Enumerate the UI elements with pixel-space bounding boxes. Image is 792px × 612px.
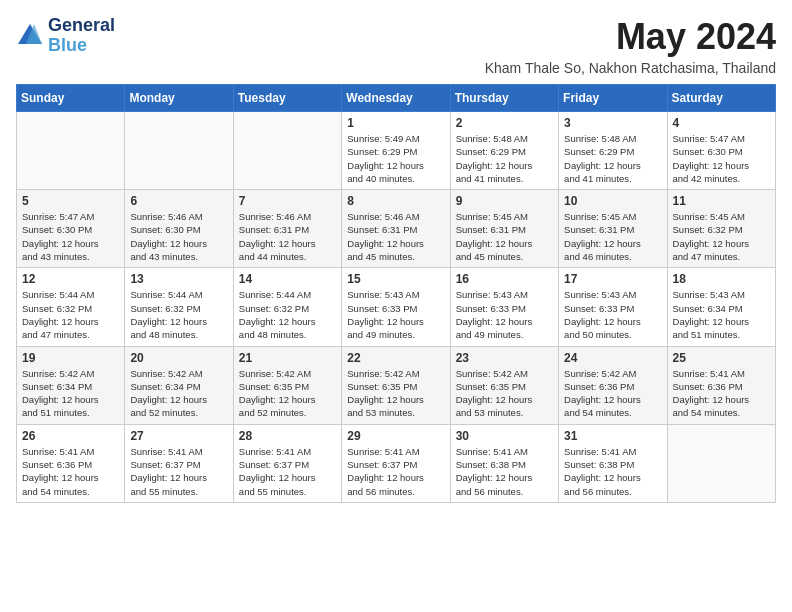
day-info: Sunrise: 5:45 AM Sunset: 6:32 PM Dayligh… <box>673 210 770 263</box>
calendar-cell: 11Sunrise: 5:45 AM Sunset: 6:32 PM Dayli… <box>667 190 775 268</box>
day-number: 11 <box>673 194 770 208</box>
calendar-header-row: SundayMondayTuesdayWednesdayThursdayFrid… <box>17 85 776 112</box>
calendar-cell: 14Sunrise: 5:44 AM Sunset: 6:32 PM Dayli… <box>233 268 341 346</box>
calendar-cell: 15Sunrise: 5:43 AM Sunset: 6:33 PM Dayli… <box>342 268 450 346</box>
day-info: Sunrise: 5:46 AM Sunset: 6:31 PM Dayligh… <box>347 210 444 263</box>
day-info: Sunrise: 5:43 AM Sunset: 6:33 PM Dayligh… <box>456 288 553 341</box>
day-number: 19 <box>22 351 119 365</box>
day-number: 26 <box>22 429 119 443</box>
calendar-cell: 28Sunrise: 5:41 AM Sunset: 6:37 PM Dayli… <box>233 424 341 502</box>
weekday-header-thursday: Thursday <box>450 85 558 112</box>
calendar-cell: 7Sunrise: 5:46 AM Sunset: 6:31 PM Daylig… <box>233 190 341 268</box>
logo: General Blue <box>16 16 115 56</box>
day-number: 9 <box>456 194 553 208</box>
calendar-cell <box>17 112 125 190</box>
day-info: Sunrise: 5:45 AM Sunset: 6:31 PM Dayligh… <box>456 210 553 263</box>
day-number: 17 <box>564 272 661 286</box>
calendar-cell: 6Sunrise: 5:46 AM Sunset: 6:30 PM Daylig… <box>125 190 233 268</box>
calendar-cell: 2Sunrise: 5:48 AM Sunset: 6:29 PM Daylig… <box>450 112 558 190</box>
day-info: Sunrise: 5:46 AM Sunset: 6:30 PM Dayligh… <box>130 210 227 263</box>
day-info: Sunrise: 5:48 AM Sunset: 6:29 PM Dayligh… <box>456 132 553 185</box>
day-number: 5 <box>22 194 119 208</box>
day-info: Sunrise: 5:42 AM Sunset: 6:35 PM Dayligh… <box>456 367 553 420</box>
day-number: 25 <box>673 351 770 365</box>
day-number: 3 <box>564 116 661 130</box>
day-number: 20 <box>130 351 227 365</box>
weekday-header-friday: Friday <box>559 85 667 112</box>
day-number: 7 <box>239 194 336 208</box>
calendar-cell <box>667 424 775 502</box>
calendar-cell: 23Sunrise: 5:42 AM Sunset: 6:35 PM Dayli… <box>450 346 558 424</box>
calendar-cell: 9Sunrise: 5:45 AM Sunset: 6:31 PM Daylig… <box>450 190 558 268</box>
month-title: May 2024 <box>485 16 776 58</box>
calendar-cell: 12Sunrise: 5:44 AM Sunset: 6:32 PM Dayli… <box>17 268 125 346</box>
day-number: 14 <box>239 272 336 286</box>
day-info: Sunrise: 5:41 AM Sunset: 6:38 PM Dayligh… <box>456 445 553 498</box>
day-info: Sunrise: 5:42 AM Sunset: 6:34 PM Dayligh… <box>22 367 119 420</box>
day-number: 27 <box>130 429 227 443</box>
day-info: Sunrise: 5:42 AM Sunset: 6:35 PM Dayligh… <box>347 367 444 420</box>
calendar-cell: 30Sunrise: 5:41 AM Sunset: 6:38 PM Dayli… <box>450 424 558 502</box>
calendar-week-5: 26Sunrise: 5:41 AM Sunset: 6:36 PM Dayli… <box>17 424 776 502</box>
day-number: 22 <box>347 351 444 365</box>
calendar-week-2: 5Sunrise: 5:47 AM Sunset: 6:30 PM Daylig… <box>17 190 776 268</box>
calendar-cell: 5Sunrise: 5:47 AM Sunset: 6:30 PM Daylig… <box>17 190 125 268</box>
calendar-cell: 25Sunrise: 5:41 AM Sunset: 6:36 PM Dayli… <box>667 346 775 424</box>
logo-line2: Blue <box>48 36 115 56</box>
calendar-cell: 17Sunrise: 5:43 AM Sunset: 6:33 PM Dayli… <box>559 268 667 346</box>
day-number: 18 <box>673 272 770 286</box>
calendar-week-4: 19Sunrise: 5:42 AM Sunset: 6:34 PM Dayli… <box>17 346 776 424</box>
day-number: 28 <box>239 429 336 443</box>
page-header: General Blue May 2024 Kham Thale So, Nak… <box>16 16 776 76</box>
day-number: 13 <box>130 272 227 286</box>
day-info: Sunrise: 5:47 AM Sunset: 6:30 PM Dayligh… <box>673 132 770 185</box>
day-info: Sunrise: 5:41 AM Sunset: 6:37 PM Dayligh… <box>130 445 227 498</box>
calendar-cell <box>125 112 233 190</box>
calendar-cell: 26Sunrise: 5:41 AM Sunset: 6:36 PM Dayli… <box>17 424 125 502</box>
day-info: Sunrise: 5:47 AM Sunset: 6:30 PM Dayligh… <box>22 210 119 263</box>
day-info: Sunrise: 5:43 AM Sunset: 6:34 PM Dayligh… <box>673 288 770 341</box>
weekday-header-monday: Monday <box>125 85 233 112</box>
day-info: Sunrise: 5:42 AM Sunset: 6:34 PM Dayligh… <box>130 367 227 420</box>
day-number: 8 <box>347 194 444 208</box>
calendar-cell: 1Sunrise: 5:49 AM Sunset: 6:29 PM Daylig… <box>342 112 450 190</box>
day-info: Sunrise: 5:49 AM Sunset: 6:29 PM Dayligh… <box>347 132 444 185</box>
day-number: 16 <box>456 272 553 286</box>
day-info: Sunrise: 5:43 AM Sunset: 6:33 PM Dayligh… <box>564 288 661 341</box>
day-info: Sunrise: 5:41 AM Sunset: 6:37 PM Dayligh… <box>239 445 336 498</box>
day-info: Sunrise: 5:44 AM Sunset: 6:32 PM Dayligh… <box>130 288 227 341</box>
title-section: May 2024 Kham Thale So, Nakhon Ratchasim… <box>485 16 776 76</box>
calendar-cell: 19Sunrise: 5:42 AM Sunset: 6:34 PM Dayli… <box>17 346 125 424</box>
weekday-header-wednesday: Wednesday <box>342 85 450 112</box>
logo-line1: General <box>48 16 115 36</box>
calendar-cell: 16Sunrise: 5:43 AM Sunset: 6:33 PM Dayli… <box>450 268 558 346</box>
calendar-cell: 31Sunrise: 5:41 AM Sunset: 6:38 PM Dayli… <box>559 424 667 502</box>
calendar-cell: 3Sunrise: 5:48 AM Sunset: 6:29 PM Daylig… <box>559 112 667 190</box>
calendar-cell: 22Sunrise: 5:42 AM Sunset: 6:35 PM Dayli… <box>342 346 450 424</box>
calendar-cell: 20Sunrise: 5:42 AM Sunset: 6:34 PM Dayli… <box>125 346 233 424</box>
day-number: 2 <box>456 116 553 130</box>
day-info: Sunrise: 5:43 AM Sunset: 6:33 PM Dayligh… <box>347 288 444 341</box>
calendar-table: SundayMondayTuesdayWednesdayThursdayFrid… <box>16 84 776 503</box>
day-number: 29 <box>347 429 444 443</box>
day-info: Sunrise: 5:45 AM Sunset: 6:31 PM Dayligh… <box>564 210 661 263</box>
day-info: Sunrise: 5:46 AM Sunset: 6:31 PM Dayligh… <box>239 210 336 263</box>
day-number: 23 <box>456 351 553 365</box>
day-info: Sunrise: 5:48 AM Sunset: 6:29 PM Dayligh… <box>564 132 661 185</box>
calendar-cell: 18Sunrise: 5:43 AM Sunset: 6:34 PM Dayli… <box>667 268 775 346</box>
weekday-header-sunday: Sunday <box>17 85 125 112</box>
calendar-cell: 4Sunrise: 5:47 AM Sunset: 6:30 PM Daylig… <box>667 112 775 190</box>
weekday-header-saturday: Saturday <box>667 85 775 112</box>
day-info: Sunrise: 5:41 AM Sunset: 6:36 PM Dayligh… <box>673 367 770 420</box>
day-number: 12 <box>22 272 119 286</box>
day-info: Sunrise: 5:41 AM Sunset: 6:37 PM Dayligh… <box>347 445 444 498</box>
day-info: Sunrise: 5:41 AM Sunset: 6:36 PM Dayligh… <box>22 445 119 498</box>
day-number: 31 <box>564 429 661 443</box>
calendar-cell: 29Sunrise: 5:41 AM Sunset: 6:37 PM Dayli… <box>342 424 450 502</box>
day-number: 6 <box>130 194 227 208</box>
day-number: 4 <box>673 116 770 130</box>
calendar-week-1: 1Sunrise: 5:49 AM Sunset: 6:29 PM Daylig… <box>17 112 776 190</box>
day-number: 21 <box>239 351 336 365</box>
weekday-header-tuesday: Tuesday <box>233 85 341 112</box>
logo-text: General Blue <box>48 16 115 56</box>
